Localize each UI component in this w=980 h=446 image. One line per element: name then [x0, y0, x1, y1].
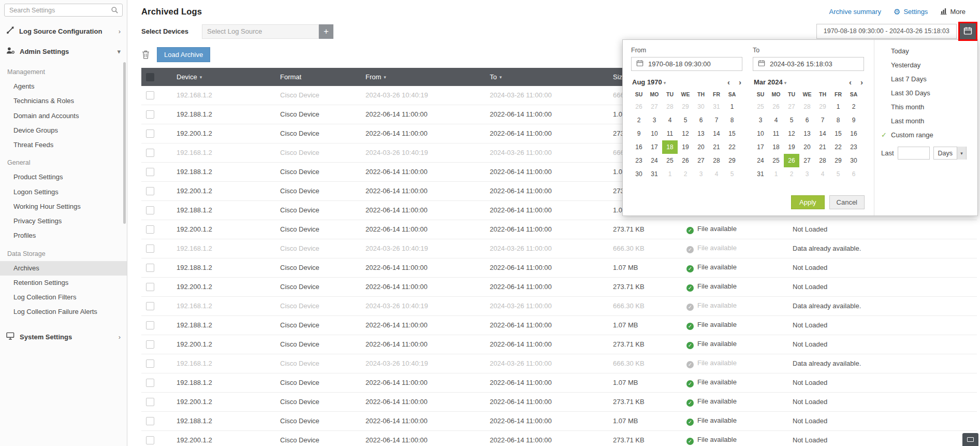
calendar-day[interactable]: 5: [830, 167, 846, 181]
preset-last-30-days[interactable]: Last 30 Days: [874, 86, 977, 100]
sidebar-item-log-collection-failure-alerts[interactable]: Log Collection Failure Alerts: [0, 305, 127, 319]
row-checkbox[interactable]: [146, 398, 154, 406]
calendar-day[interactable]: 19: [784, 140, 799, 154]
from-date-input[interactable]: 1970-08-18 09:30:00: [631, 57, 742, 71]
calendar-day[interactable]: 31: [647, 167, 662, 181]
row-checkbox[interactable]: [146, 91, 154, 99]
calendar-day[interactable]: 12: [678, 127, 693, 140]
calendar-day[interactable]: 5: [724, 167, 740, 181]
calendar-day[interactable]: 3: [647, 113, 662, 127]
calendar-day[interactable]: 16: [846, 127, 861, 140]
calendar-day[interactable]: 20: [799, 140, 815, 154]
calendar-day[interactable]: 1: [724, 100, 740, 113]
apply-button[interactable]: Apply: [791, 195, 825, 209]
calendar-day[interactable]: 13: [693, 127, 709, 140]
calendar-day[interactable]: 8: [830, 113, 846, 127]
last-n-input[interactable]: [898, 147, 930, 160]
settings-button[interactable]: ⚙ Settings: [894, 8, 928, 16]
sidebar-item-admin-settings[interactable]: Admin Settings ▾: [0, 41, 127, 62]
calendar-day[interactable]: 27: [784, 100, 799, 113]
archive-summary-link[interactable]: Archive summary: [829, 8, 881, 16]
calendar-day[interactable]: 4: [768, 113, 784, 127]
more-button[interactable]: More: [940, 8, 966, 16]
calendar-day[interactable]: 23: [846, 140, 861, 154]
log-source-input[interactable]: [202, 24, 319, 39]
load-archive-button[interactable]: Load Archive: [157, 47, 210, 62]
calendar-day[interactable]: 12: [784, 127, 799, 140]
search-settings-input[interactable]: [4, 4, 123, 17]
delete-archive-button[interactable]: [142, 50, 150, 59]
calendar-day[interactable]: 23: [631, 154, 647, 167]
calendar-day[interactable]: 21: [815, 140, 830, 154]
calendar-day[interactable]: 1: [662, 167, 678, 181]
sidebar-item-working-hour-settings[interactable]: Working Hour Settings: [0, 199, 127, 214]
row-checkbox[interactable]: [146, 225, 154, 234]
calendar-day[interactable]: 27: [799, 154, 815, 167]
calendar-day[interactable]: 4: [662, 113, 678, 127]
calendar-day[interactable]: 31: [753, 167, 768, 181]
calendar-day[interactable]: 24: [647, 154, 662, 167]
month-year-selector[interactable]: Mar 2024▾: [754, 78, 786, 86]
calendar-day[interactable]: 29: [678, 100, 693, 113]
calendar-day[interactable]: 28: [709, 154, 724, 167]
calendar-day[interactable]: 25: [753, 100, 768, 113]
calendar-day[interactable]: 7: [709, 113, 724, 127]
add-log-source-button[interactable]: +: [319, 24, 333, 39]
row-checkbox[interactable]: [146, 379, 154, 387]
calendar-day[interactable]: 29: [815, 100, 830, 113]
calendar-day[interactable]: 2: [784, 167, 799, 181]
row-checkbox[interactable]: [146, 244, 154, 253]
calendar-day[interactable]: 18: [768, 140, 784, 154]
calendar-day-selected[interactable]: 26: [784, 154, 799, 167]
column-header-device[interactable]: Device▾: [172, 68, 276, 86]
calendar-day[interactable]: 4: [709, 167, 724, 181]
prev-month-button[interactable]: ‹: [727, 78, 730, 86]
sidebar-item-technicians-roles[interactable]: Technicians & Roles: [0, 94, 127, 108]
calendar-day[interactable]: 30: [846, 154, 861, 167]
calendar-day[interactable]: 3: [693, 167, 709, 181]
select-all-checkbox[interactable]: [146, 73, 154, 81]
calendar-day[interactable]: 9: [631, 127, 647, 140]
row-checkbox[interactable]: [146, 149, 154, 157]
sidebar-item-profiles[interactable]: Profiles: [0, 228, 127, 243]
calendar-day[interactable]: 15: [830, 127, 846, 140]
calendar-day[interactable]: 2: [678, 167, 693, 181]
calendar-day[interactable]: 28: [799, 100, 815, 113]
calendar-day[interactable]: 17: [753, 140, 768, 154]
preset-yesterday[interactable]: Yesterday: [874, 58, 977, 72]
calendar-day[interactable]: 6: [693, 113, 709, 127]
to-date-input[interactable]: 2024-03-26 15:18:03: [753, 57, 864, 71]
calendar-day[interactable]: 3: [753, 113, 768, 127]
calendar-day[interactable]: 14: [709, 127, 724, 140]
calendar-day[interactable]: 30: [693, 100, 709, 113]
row-checkbox[interactable]: [146, 206, 154, 214]
column-header-from[interactable]: From▾: [361, 68, 486, 86]
calendar-day[interactable]: 7: [815, 113, 830, 127]
next-month-button[interactable]: ›: [860, 78, 863, 86]
calendar-day-selected[interactable]: 18: [662, 140, 678, 154]
calendar-day[interactable]: 1: [768, 167, 784, 181]
unit-select[interactable]: Days ▾: [933, 147, 967, 160]
preset-today[interactable]: Today: [874, 44, 977, 58]
row-checkbox[interactable]: [146, 417, 154, 425]
calendar-day[interactable]: 10: [753, 127, 768, 140]
calendar-day[interactable]: 20: [693, 140, 709, 154]
sidebar-scrollbar[interactable]: [123, 62, 126, 224]
calendar-day[interactable]: 15: [724, 127, 740, 140]
calendar-day[interactable]: 26: [768, 100, 784, 113]
calendar-day[interactable]: 17: [647, 140, 662, 154]
date-picker-button[interactable]: [960, 23, 976, 39]
date-range-display[interactable]: 1970-08-18 09:30:00 - 2024-03-26 15:18:0…: [816, 24, 957, 39]
calendar-day[interactable]: 3: [799, 167, 815, 181]
calendar-day[interactable]: 22: [830, 140, 846, 154]
row-checkbox[interactable]: [146, 168, 154, 176]
sidebar-item-agents[interactable]: Agents: [0, 79, 127, 94]
calendar-day[interactable]: 26: [631, 100, 647, 113]
sidebar-item-retention-settings[interactable]: Retention Settings: [0, 276, 127, 290]
cancel-button[interactable]: Cancel: [829, 195, 865, 209]
sidebar-item-threat-feeds[interactable]: Threat Feeds: [0, 138, 127, 152]
row-checkbox[interactable]: [146, 130, 154, 138]
calendar-day[interactable]: 24: [753, 154, 768, 167]
prev-month-button[interactable]: ‹: [849, 78, 852, 86]
calendar-day[interactable]: 21: [709, 140, 724, 154]
